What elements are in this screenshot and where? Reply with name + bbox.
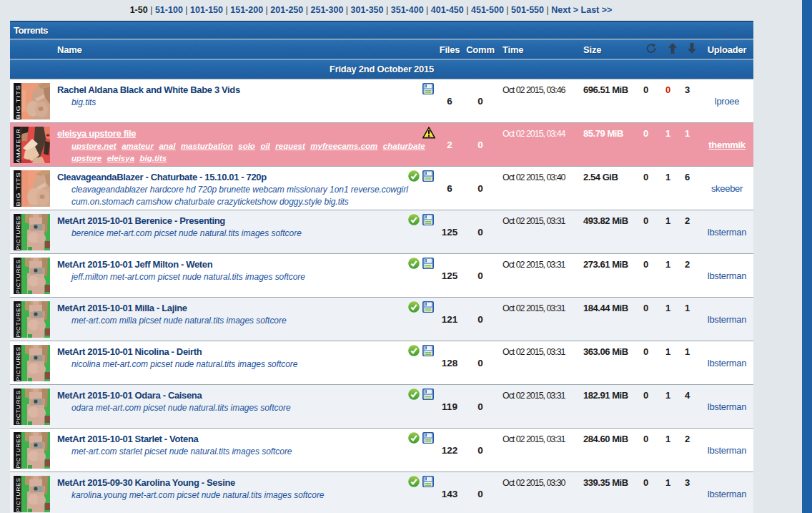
svg-text:BIG TITS: BIG TITS	[15, 85, 21, 119]
svg-text:PICTURES: PICTURES	[15, 260, 21, 294]
svg-text:PICTURES: PICTURES	[15, 478, 21, 512]
svg-text:PICTURES: PICTURES	[15, 303, 21, 338]
svg-text:PICTURES: PICTURES	[15, 216, 21, 250]
svg-text:BIG TITS: BIG TITS	[15, 172, 21, 207]
svg-text:PICTURES: PICTURES	[15, 434, 21, 469]
svg-text:PICTURES: PICTURES	[15, 347, 21, 381]
svg-text:PICTURES: PICTURES	[15, 391, 21, 425]
svg-text:AMATEUR: AMATEUR	[15, 129, 21, 163]
